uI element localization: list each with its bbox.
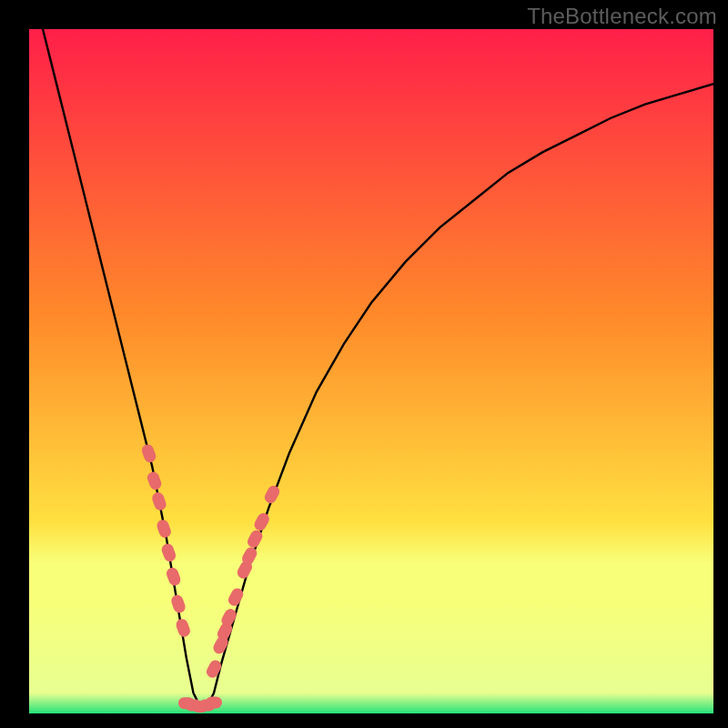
data-marker xyxy=(206,696,222,708)
bottleneck-chart xyxy=(29,29,713,713)
plot-area xyxy=(29,29,713,713)
gradient-background xyxy=(29,29,713,713)
svg-rect-22 xyxy=(206,696,222,708)
watermark-label: TheBottleneck.com xyxy=(527,4,717,29)
chart-frame: TheBottleneck.com xyxy=(0,0,728,728)
